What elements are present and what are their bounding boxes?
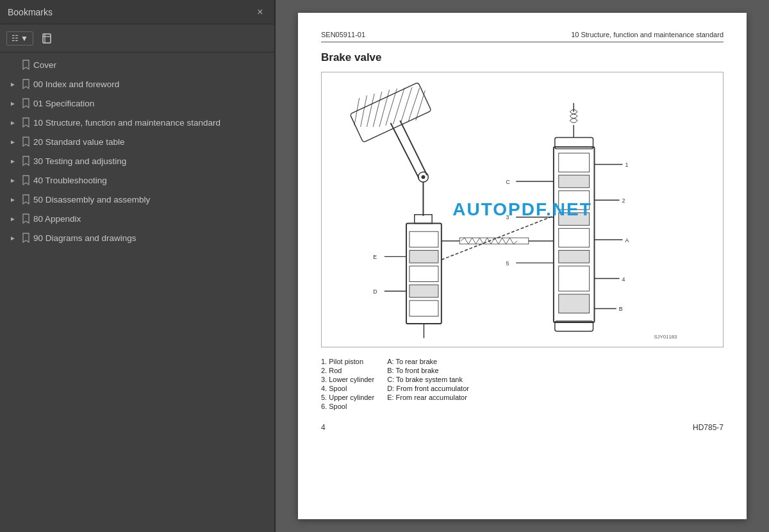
legend-item-1: 1. Pilot piston [321,358,374,365]
bookmark-icon-00-index [21,78,31,90]
page-header-section: 10 Structure, function and maintenance s… [571,31,724,38]
svg-text:SJY01183: SJY01183 [654,334,677,340]
legend-right: A: To rear brake B: To front brake C: To… [387,358,469,410]
svg-line-5 [361,96,367,127]
sidebar-item-label-00-index: 00 Index and foreword [33,79,269,89]
legend-item-4: 4. Spool [321,385,374,392]
model-number: HD785-7 [693,423,724,432]
sidebar-item-cover[interactable]: Cover [0,55,274,74]
sidebar-toolbar: ☷ ▼ [0,24,274,53]
legend-grid: 1. Pilot piston 2. Rod 3. Lower cylinder… [321,358,724,410]
svg-text:C: C [506,179,511,185]
sidebar-item-label-cover: Cover [33,60,269,70]
svg-line-73 [502,238,506,244]
svg-text:A: A [625,237,629,244]
svg-rect-24 [409,285,438,297]
svg-line-72 [499,238,502,244]
sidebar-item-01-spec[interactable]: ► 01 Specification [0,94,274,113]
bookmark-icon-10-structure [21,117,31,128]
bookmark-icon-40-trouble [21,174,31,186]
svg-text:5: 5 [506,260,509,267]
svg-text:1: 1 [625,162,628,168]
sidebar-item-label-10-structure: 10 Structure, function and maintenance s… [33,118,269,128]
sidebar-item-80-appendix[interactable]: ► 80 Appendix [0,209,274,228]
sidebar-item-00-index[interactable]: ► 00 Index and foreword [0,74,274,94]
page-header-doc-id: SEN05911-01 [321,31,365,38]
sidebar-item-label-80-appendix: 80 Appendix [33,214,269,224]
pedal-group [350,82,432,223]
svg-point-17 [422,175,426,179]
left-cylinder: E D [373,224,442,338]
brake-valve-diagram: E D [322,72,723,347]
svg-rect-34 [559,191,590,210]
expand-arrow-10-structure: ► [8,117,18,128]
expand-arrow-50-disassembly: ► [8,194,18,204]
sidebar-item-20-standard[interactable]: ► 20 Standard value table [0,132,274,151]
svg-rect-38 [559,266,590,291]
svg-text:3: 3 [506,214,509,220]
sidebar-item-label-90-diagrams: 90 Diagrams and drawings [33,233,269,243]
svg-line-9 [386,88,397,126]
legend-left: 1. Pilot piston 2. Rod 3. Lower cylinder… [321,358,374,410]
sidebar-item-30-testing[interactable]: ► 30 Testing and adjusting [0,151,274,170]
svg-line-65 [472,238,476,244]
bookmark-icon-80-appendix [21,213,31,224]
svg-rect-35 [559,213,590,226]
close-button[interactable]: × [254,6,267,19]
svg-rect-3 [350,82,431,142]
sidebar-item-90-diagrams[interactable]: ► 90 Diagrams and drawings [0,228,274,247]
svg-line-6 [367,94,374,127]
sidebar-item-40-trouble[interactable]: ► 40 Troubleshooting [0,170,274,190]
expand-arrow-20-standard: ► [8,137,18,147]
svg-line-76 [513,241,517,244]
bookmark-view-button[interactable] [37,29,56,47]
svg-line-11 [401,87,412,123]
section-title: Brake valve [321,51,724,64]
legend-item-2: 2. Rod [321,367,374,374]
legend-item-B: B: To front brake [387,367,469,374]
svg-text:2: 2 [622,197,625,204]
main-content: SEN05911-01 10 Structure, function and m… [276,0,769,532]
bookmark-icon-50-disassembly [21,194,31,205]
expand-collapse-button[interactable]: ☷ ▼ [6,31,33,46]
svg-rect-21 [409,231,438,247]
sidebar-item-10-structure[interactable]: ► 10 Structure, function and maintenance… [0,113,274,132]
svg-line-67 [479,238,483,244]
legend-item-D: D: From front accumulator [387,385,469,392]
svg-text:D: D [373,288,377,295]
bookmark-icon-30-testing [21,155,31,167]
legend-item-5: 5. Upper cylinder [321,394,374,401]
sidebar-header: Bookmarks × [0,0,274,24]
svg-line-63 [465,238,468,244]
svg-line-74 [506,238,510,244]
legend-item-6: 6. Spool [321,403,374,410]
sidebar-item-50-disassembly[interactable]: ► 50 Disassembly and assembly [0,190,274,209]
svg-rect-0 [43,34,51,43]
svg-rect-37 [559,251,590,263]
svg-rect-25 [409,301,438,316]
svg-line-75 [509,238,513,244]
expand-arrow-cover [8,60,18,70]
bookmark-icon-cover [21,59,31,71]
svg-line-70 [491,238,495,244]
sidebar-item-label-01-spec: 01 Specification [33,99,269,108]
page-footer: 4 HD785-7 [321,423,724,432]
svg-line-66 [476,238,480,244]
sidebar-item-label-20-standard: 20 Standard value table [33,137,269,147]
page-number: 4 [321,423,326,432]
expand-arrow-00-index: ► [8,79,18,89]
svg-line-62 [461,238,465,241]
sidebar-item-label-30-testing: 30 Testing and adjusting [33,156,269,166]
expand-arrow-80-appendix: ► [8,213,18,224]
svg-text:E: E [373,254,377,260]
svg-rect-32 [559,153,590,172]
expand-arrow-30-testing: ► [8,156,18,166]
svg-rect-23 [409,266,438,281]
expand-icon: ☷ [12,34,19,43]
svg-rect-19 [415,215,432,224]
page-header: SEN05911-01 10 Structure, function and m… [321,31,724,42]
svg-rect-20 [406,224,442,324]
svg-line-64 [468,238,472,244]
svg-line-68 [483,238,487,244]
dropdown-arrow-icon: ▼ [21,34,28,43]
